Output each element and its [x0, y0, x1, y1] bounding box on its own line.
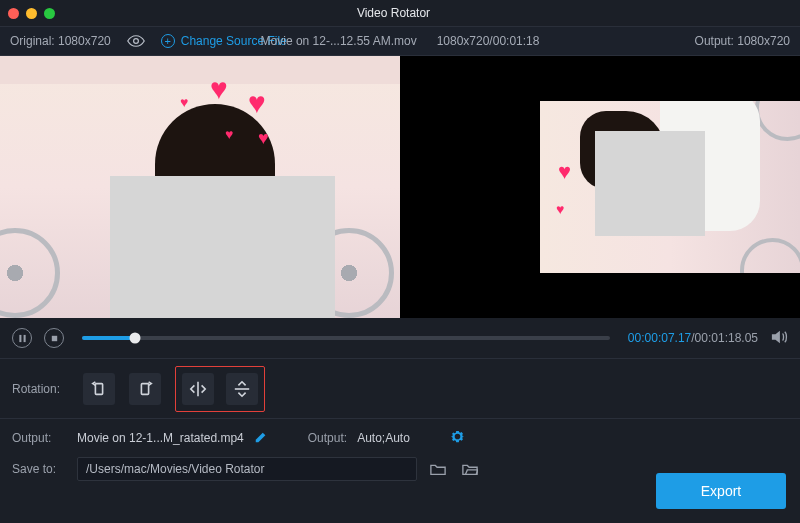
original-resolution-label: Original: 1080x720: [10, 34, 111, 48]
open-folder-icon[interactable]: [459, 458, 481, 480]
save-to-label: Save to:: [12, 462, 67, 476]
rotate-ccw-button[interactable]: [83, 373, 115, 405]
traffic-lights: [8, 8, 55, 19]
output-settings-icon[interactable]: [450, 429, 465, 447]
svg-rect-2: [23, 334, 25, 341]
source-meta: 1080x720/00:01:18: [437, 34, 540, 48]
export-row: Export: [656, 473, 786, 509]
close-window-button[interactable]: [8, 8, 19, 19]
time-readout: 00:00:07.17/00:01:18.05: [628, 331, 758, 345]
maximize-window-button[interactable]: [44, 8, 55, 19]
output-file-label: Output:: [12, 431, 67, 445]
volume-icon[interactable]: [770, 329, 788, 348]
source-filename: Movie on 12-...12.55 AM.mov: [261, 34, 417, 48]
rotation-label: Rotation:: [12, 382, 69, 396]
save-path-input[interactable]: /Users/mac/Movies/Video Rotator: [77, 457, 417, 481]
pause-button[interactable]: [12, 328, 32, 348]
current-time: 00:00:07.17: [628, 331, 691, 345]
output-file-row: Output: Movie on 12-1...M_ratated.mp4 Ou…: [12, 429, 788, 447]
svg-rect-3: [51, 335, 56, 340]
output-format-value: Auto;Auto: [357, 431, 410, 445]
output-file-name: Movie on 12-1...M_ratated.mp4: [77, 431, 244, 445]
preview-gap: [400, 56, 505, 318]
preview-strip: ♥ ♥ ♥ ♥ ♥ ♥ ♥: [0, 56, 800, 318]
window-title: Video Rotator: [55, 6, 732, 20]
output-format-label: Output:: [308, 431, 347, 445]
export-button[interactable]: Export: [656, 473, 786, 509]
browse-folder-icon[interactable]: [427, 458, 449, 480]
svg-rect-5: [141, 383, 148, 394]
rotate-cw-button[interactable]: [129, 373, 161, 405]
rotated-preview: ♥ ♥: [540, 56, 800, 318]
info-bar-center: Movie on 12-...12.55 AM.mov 1080x720/00:…: [261, 34, 540, 48]
plus-circle-icon: +: [161, 34, 175, 48]
flip-horizontal-button[interactable]: [182, 373, 214, 405]
svg-point-0: [133, 39, 138, 44]
stop-button[interactable]: [44, 328, 64, 348]
svg-rect-4: [95, 383, 102, 394]
edit-filename-icon[interactable]: [254, 430, 268, 447]
playback-bar: 00:00:07.17/00:01:18.05: [0, 318, 800, 358]
preview-gap-2: [505, 56, 540, 318]
svg-rect-1: [19, 334, 21, 341]
total-time: /00:01:18.05: [691, 331, 758, 345]
preview-eye-icon[interactable]: [127, 34, 145, 48]
flip-buttons-highlight: [175, 366, 265, 412]
timeline-slider[interactable]: [82, 336, 610, 340]
minimize-window-button[interactable]: [26, 8, 37, 19]
output-resolution-label: Output: 1080x720: [695, 34, 790, 48]
info-bar: Original: 1080x720 + Change Source File …: [0, 26, 800, 56]
rotation-row: Rotation:: [0, 358, 800, 418]
flip-vertical-button[interactable]: [226, 373, 258, 405]
timeline-knob[interactable]: [129, 333, 140, 344]
save-path-value: /Users/mac/Movies/Video Rotator: [86, 462, 265, 476]
original-preview: ♥ ♥ ♥ ♥ ♥: [0, 56, 400, 318]
titlebar: Video Rotator: [0, 0, 800, 26]
